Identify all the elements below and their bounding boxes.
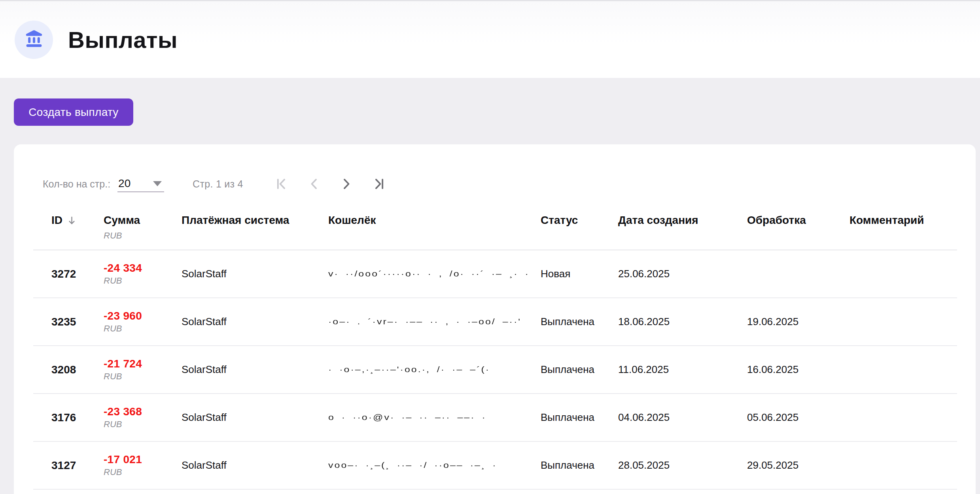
wallet-redacted-text: ·o–· . ´·vr–· ·–– ·· , · ·–oo/ –··' xyxy=(328,317,521,326)
table-header-row: ID Сумма RUB Платёжная система xyxy=(33,205,957,250)
page-info: Стр. 1 из 4 xyxy=(193,178,243,190)
table-row[interactable]: 3235-23 960RUBSolarStaff·o–· . ´·vr–· ·–… xyxy=(33,298,957,346)
cell-wallet: o · ··o·@v· ·– ·· –·· ––· · xyxy=(328,394,541,441)
cell-amount: -17 021RUB xyxy=(104,442,182,489)
amount-currency: RUB xyxy=(104,324,122,334)
cell-created-date: 25.06.2025 xyxy=(618,250,747,297)
cell-amount: -21 724RUB xyxy=(104,346,182,393)
column-header-created[interactable]: Дата создания xyxy=(618,205,747,250)
table-row[interactable]: 3127-17 021RUBSolarStaffvoo–· ·¸–(¸ ··– … xyxy=(33,442,957,490)
per-page-value: 20 xyxy=(117,177,131,190)
cell-payment-system: SolarStaff xyxy=(182,442,328,489)
column-header-amount[interactable]: Сумма RUB xyxy=(104,205,182,250)
amount-value: -17 021 xyxy=(104,453,142,466)
cell-processed-date: 05.06.2025 xyxy=(747,394,849,441)
table-row[interactable]: 3176-23 368RUBSolarStaffo · ··o·@v· ·– ·… xyxy=(33,394,957,442)
column-header-comment[interactable]: Комментарий xyxy=(849,205,957,250)
prev-page-button[interactable] xyxy=(306,176,322,191)
amount-value: -24 334 xyxy=(104,262,142,274)
per-page-label: Кол-во на стр.: xyxy=(43,178,110,190)
cell-payment-system: SolarStaff xyxy=(182,298,328,345)
wallet-redacted-text: o · ··o·@v· ·– ·· –·· ––· · xyxy=(328,413,486,422)
column-header-id[interactable]: ID xyxy=(33,205,104,250)
create-payout-button[interactable]: Создать выплату xyxy=(14,98,133,126)
cell-payment-system: SolarStaff xyxy=(182,250,328,297)
amount-currency: RUB xyxy=(104,467,122,477)
cell-amount: -23 960RUB xyxy=(104,298,182,345)
column-header-processed[interactable]: Обработка xyxy=(747,205,849,250)
cell-status: Выплачена xyxy=(541,394,618,441)
table-row[interactable]: 3208-21 724RUBSolarStaff· ·o·–,·¸–··–'·o… xyxy=(33,346,957,394)
amount-currency: RUB xyxy=(104,371,122,382)
pagination-nav xyxy=(274,176,386,191)
chevron-down-icon xyxy=(153,181,162,186)
column-label-id: ID xyxy=(51,214,62,227)
cell-amount: -23 368RUB xyxy=(104,394,182,441)
amount-value: -23 960 xyxy=(104,310,142,322)
cell-id: 3235 xyxy=(33,298,104,345)
sort-desc-icon xyxy=(66,215,77,226)
cell-created-date: 04.06.2025 xyxy=(618,394,747,441)
cell-payment-system: SolarStaff xyxy=(182,346,328,393)
cell-processed-date xyxy=(747,250,849,297)
cell-status: Выплачена xyxy=(541,346,618,393)
payouts-card: Кол-во на стр.: 20 Стр. 1 из 4 xyxy=(14,144,976,494)
column-header-wallet[interactable]: Кошелёк xyxy=(328,205,541,250)
content-area: Создать выплату Кол-во на стр.: 20 Стр. … xyxy=(0,98,980,494)
per-page-select[interactable]: 20 xyxy=(117,176,164,192)
cell-comment xyxy=(849,250,957,297)
column-sublabel-currency: RUB xyxy=(104,231,182,241)
last-page-button[interactable] xyxy=(371,176,386,191)
cell-wallet: voo–· ·¸–(¸ ··– ·/ ··o–– ·–¸ · xyxy=(328,442,541,489)
next-page-button[interactable] xyxy=(339,176,354,191)
cell-processed-date: 19.06.2025 xyxy=(747,298,849,345)
amount-value: -21 724 xyxy=(104,358,142,370)
cell-id: 3208 xyxy=(33,346,104,393)
cell-comment xyxy=(849,442,957,489)
cell-id: 3272 xyxy=(33,250,104,297)
cell-processed-date: 29.05.2025 xyxy=(747,442,849,489)
cell-wallet: ·o–· . ´·vr–· ·–– ·· , · ·–oo/ –··' xyxy=(328,298,541,345)
wallet-redacted-text: voo–· ·¸–(¸ ··– ·/ ··o–– ·–¸ · xyxy=(328,461,497,470)
amount-value: -23 368 xyxy=(104,405,142,418)
amount-currency: RUB xyxy=(104,276,122,286)
page-icon-circle xyxy=(15,21,53,59)
table-row[interactable]: 3272-24 334RUBSolarStaffv· ··/ooo´·····o… xyxy=(33,250,957,298)
cell-comment xyxy=(849,298,957,345)
cell-wallet: · ·o·–,·¸–··–'·oo.·, /· ·– –´(· xyxy=(328,346,541,393)
wallet-redacted-text: v· ··/ooo´·····o·· · , /o· ··´ ·– ¸· · xyxy=(328,269,530,278)
cell-status: Выплачена xyxy=(541,442,618,489)
cell-comment xyxy=(849,346,957,393)
cell-created-date: 11.06.2025 xyxy=(618,346,747,393)
cell-comment xyxy=(849,394,957,441)
column-header-status[interactable]: Статус xyxy=(541,205,618,250)
cell-amount: -24 334RUB xyxy=(104,250,182,297)
cell-created-date: 28.05.2025 xyxy=(618,442,747,489)
column-header-system[interactable]: Платёжная система xyxy=(182,205,328,250)
cell-processed-date: 16.06.2025 xyxy=(747,346,849,393)
cell-id: 3176 xyxy=(33,394,104,441)
cell-id: 3127 xyxy=(33,442,104,489)
pagination-toolbar: Кол-во на стр.: 20 Стр. 1 из 4 xyxy=(14,144,976,192)
cell-status: Новая xyxy=(541,250,618,297)
cell-wallet: v· ··/ooo´·····o·· · , /o· ··´ ·– ¸· · xyxy=(328,250,541,297)
bank-icon xyxy=(23,28,45,51)
wallet-redacted-text: · ·o·–,·¸–··–'·oo.·, /· ·– –´(· xyxy=(328,365,490,374)
first-page-button[interactable] xyxy=(274,176,289,191)
cell-created-date: 18.06.2025 xyxy=(618,298,747,345)
cell-payment-system: SolarStaff xyxy=(182,394,328,441)
amount-currency: RUB xyxy=(104,419,122,430)
table-body: 3272-24 334RUBSolarStaffv· ··/ooo´·····o… xyxy=(33,250,957,490)
payouts-table: ID Сумма RUB Платёжная система xyxy=(33,205,957,490)
page-header: Выплаты xyxy=(0,1,980,78)
cell-status: Выплачена xyxy=(541,298,618,345)
page-title: Выплаты xyxy=(68,26,178,53)
